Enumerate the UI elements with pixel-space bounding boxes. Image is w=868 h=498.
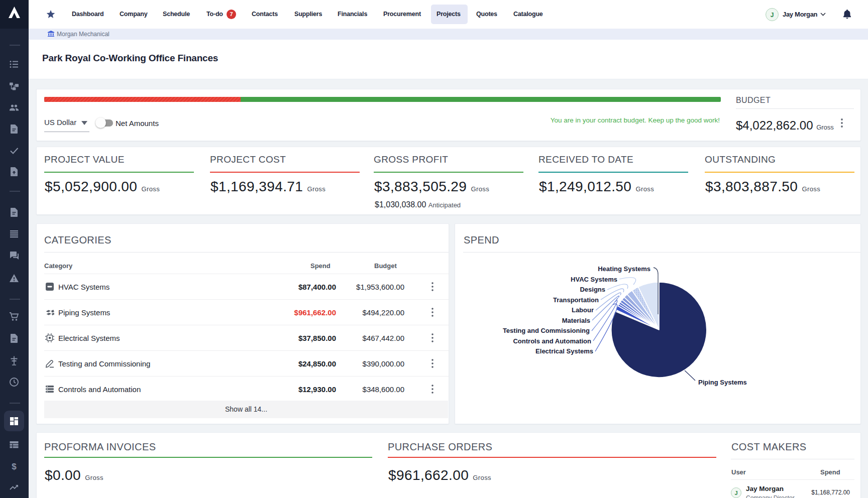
svg-text:Transportation: Transportation [553,296,599,304]
svg-text:Controls and Automation: Controls and Automation [513,337,591,345]
svg-text:HVAC Systems: HVAC Systems [571,276,617,283]
svg-text:Electrical Systems: Electrical Systems [535,347,593,355]
svg-text:Heating Systems: Heating Systems [598,265,650,273]
svg-text:Designs: Designs [580,286,605,293]
svg-text:Piping Systems: Piping Systems [698,379,747,386]
svg-text:Testing and Commissioning: Testing and Commissioning [503,327,590,334]
svg-text:$: $ [12,462,17,471]
svg-text:Materials: Materials [562,317,590,324]
svg-text:Labour: Labour [572,306,594,314]
